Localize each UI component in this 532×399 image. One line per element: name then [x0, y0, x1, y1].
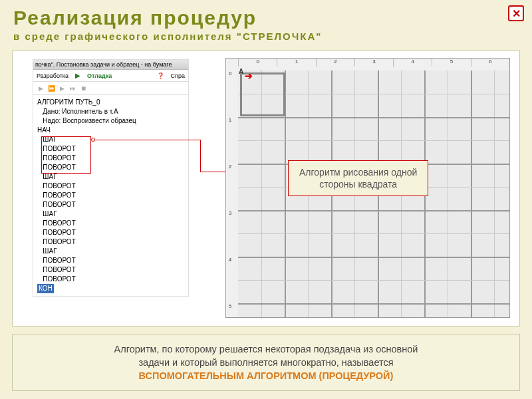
play-icon: ▶: [75, 72, 80, 79]
code-panel: почка". Постановка задачи и образец - на…: [33, 59, 189, 297]
toolbar: Разработка ▶ Отладка ❓ Спра: [33, 70, 188, 82]
footer-emphasis: ВСПОМОГАТЕЛЬНЫМ АЛГОРИТМОМ (ПРОЦЕДУРОЙ): [139, 370, 394, 381]
ruler-left: 0 1 2 3 4 5: [226, 70, 234, 350]
code-line: ПОВОРОТ: [37, 200, 184, 209]
tab-help[interactable]: Спра: [171, 72, 185, 79]
page-subtitle: в среде графического исполнителя "СТРЕЛО…: [13, 31, 519, 42]
footer-text: задачи и который выполняется многократно…: [138, 357, 393, 368]
close-button[interactable]: ✕: [508, 5, 524, 21]
play-icon[interactable]: ▶: [37, 84, 45, 92]
run-icon[interactable]: ▶: [58, 84, 66, 92]
connector-line-2: [200, 140, 201, 172]
code-line: ПОВОРОТ: [37, 275, 184, 284]
ruler-mark: 2: [316, 59, 354, 66]
step-icon[interactable]: ⏩: [47, 84, 56, 92]
ruler-mark: 5: [432, 59, 470, 66]
code-line: ПОВОРОТ: [37, 154, 184, 163]
ruler-mark: 2: [226, 164, 234, 210]
code-line: ПОВОРОТ: [37, 228, 184, 237]
main-area: почка". Постановка задачи и образец - на…: [12, 51, 520, 327]
ruler-mark: 3: [354, 59, 393, 66]
code-line: ПОВОРОТ: [37, 191, 184, 200]
help-icon: ❓: [157, 72, 164, 79]
code-line: ПОВОРОТ: [37, 163, 184, 172]
tab-dev[interactable]: Разработка: [37, 72, 68, 79]
ruler-mark: 0: [226, 70, 234, 117]
code-line: ШАГ: [37, 209, 184, 219]
ruler-mark: 4: [393, 59, 432, 66]
code-line: ПОВОРОТ: [37, 265, 184, 275]
icon-toolbar: ▶ ⏩ ▶ ⏭ ⏹: [33, 82, 188, 95]
code-line: НАЧ: [37, 126, 184, 135]
footer-note: Алгоритм, по которому решается некоторая…: [12, 334, 520, 391]
code-line: ШАГ: [37, 172, 184, 182]
code-line: Надо: Воспроизвести образец: [37, 116, 184, 126]
code-line: ПОВОРОТ: [37, 182, 184, 191]
footer-text: Алгоритм, по которому решается некоторая…: [114, 344, 418, 354]
fast-icon[interactable]: ⏭: [68, 84, 77, 92]
code-line-end: КОН: [37, 284, 54, 293]
grid-canvas[interactable]: А ➔ Алгоритм рисования одной стороны ква…: [238, 70, 509, 317]
code-line: ПОВОРОТ: [37, 256, 184, 265]
code-line: ШАГ: [37, 247, 184, 256]
code-line: ПОВОРОТ: [37, 144, 184, 154]
code-body: АЛГОРИТМ ПУТЬ_0 Дано: Исполнитель в т.А …: [33, 95, 188, 296]
ruler-mark: 1: [226, 117, 234, 164]
callout-box: Алгоритм рисования одной стороны квадрат…: [288, 160, 428, 196]
point-a-label: А: [239, 68, 243, 75]
code-line: Дано: Исполнитель в т.А: [37, 107, 184, 116]
callout-text: стороны квадрата: [299, 178, 417, 190]
ruler-top: 0 1 2 3 4 5 6: [238, 59, 509, 66]
ruler-mark: 6: [471, 59, 509, 66]
cursor-arrow-icon: ➔: [245, 70, 253, 81]
header: Реализация процедур в среде графического…: [0, 0, 532, 45]
code-line: ПОВОРОТ: [37, 219, 184, 228]
code-line: ПОВОРОТ: [37, 237, 184, 247]
callout-text: Алгоритм рисования одной: [299, 166, 417, 178]
ruler-mark: 4: [226, 257, 234, 303]
window-title: почка". Постановка задачи и образец - на…: [33, 60, 188, 70]
code-line: ШАГ: [37, 135, 184, 144]
ruler-mark: 3: [226, 210, 234, 257]
ruler-mark: 1: [277, 59, 315, 66]
code-line: АЛГОРИТМ ПУТЬ_0: [37, 98, 184, 107]
stop-icon[interactable]: ⏹: [79, 84, 88, 92]
page-title: Реализация процедур: [13, 7, 519, 29]
ruler-mark: 0: [238, 59, 277, 66]
grid-panel: 0 1 2 3 4 5 6 0 1 2 3 4 5: [225, 58, 510, 318]
tab-debug[interactable]: Отладка: [87, 72, 112, 79]
